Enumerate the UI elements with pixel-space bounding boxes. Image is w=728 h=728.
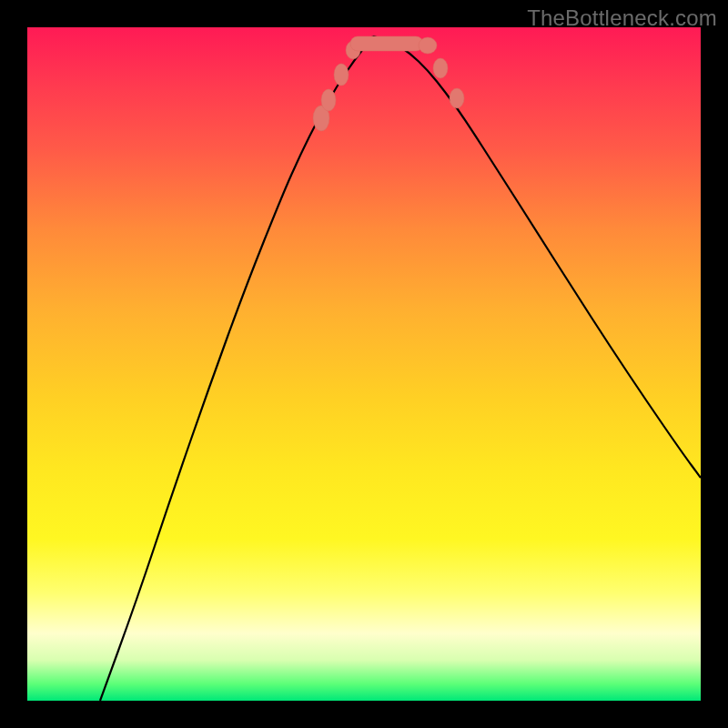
curve-left (100, 36, 373, 701)
data-point-marker (419, 37, 437, 54)
data-point-marker (433, 58, 448, 78)
curve-right (373, 36, 701, 478)
data-point-marker (450, 88, 464, 108)
chart-svg (27, 27, 701, 701)
chart-plot-area (27, 27, 701, 701)
data-point-marker (334, 64, 349, 86)
data-point-markers (313, 36, 464, 131)
watermark-text: TheBottleneck.com (527, 5, 717, 31)
data-point-marker (321, 89, 336, 111)
data-point-marker (350, 36, 423, 51)
